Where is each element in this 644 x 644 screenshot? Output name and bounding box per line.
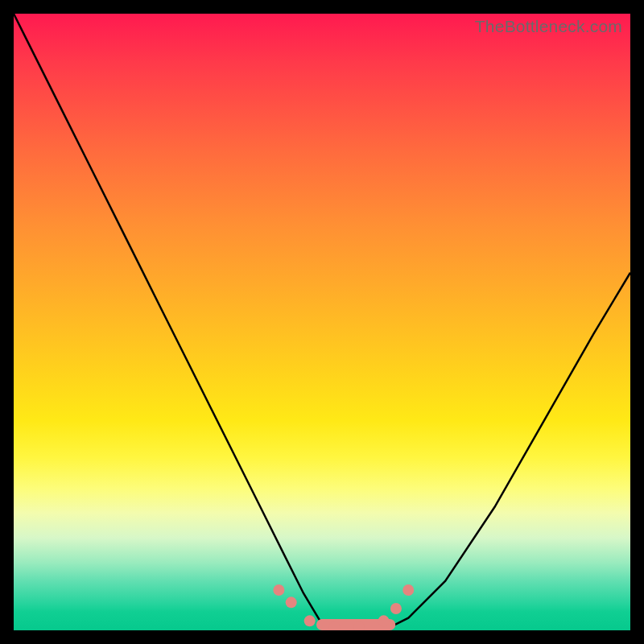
curve-marker xyxy=(304,615,316,626)
curve-marker xyxy=(273,584,284,596)
curve-marker xyxy=(402,584,414,596)
bottleneck-curve xyxy=(14,14,630,630)
curve-marker xyxy=(286,597,297,608)
plot-area: TheBottleneck.com xyxy=(14,14,630,630)
curve-marker xyxy=(390,603,402,614)
curve-marker xyxy=(378,615,390,626)
